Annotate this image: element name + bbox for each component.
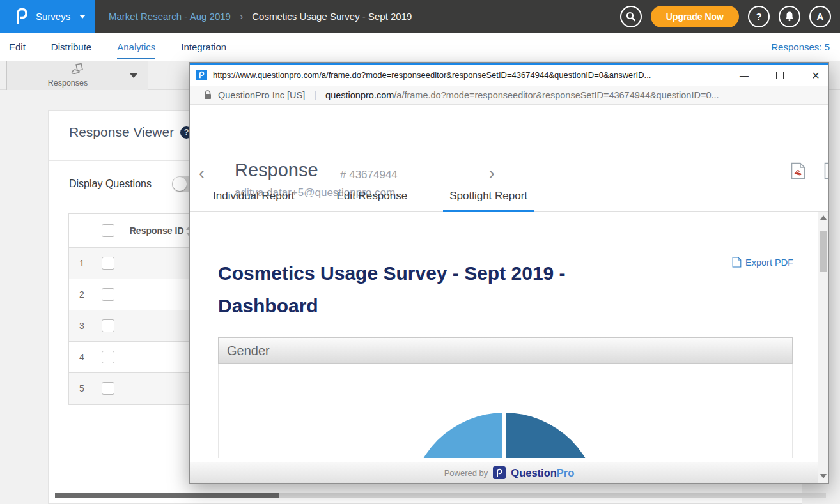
row-number: 2 bbox=[79, 289, 84, 300]
separator: | bbox=[311, 89, 319, 100]
responses-tool-label: Responses bbox=[7, 79, 128, 88]
page-title: Response Viewer bbox=[69, 125, 174, 140]
notifications-button[interactable] bbox=[779, 6, 800, 27]
row-number: 5 bbox=[79, 383, 84, 393]
row-checkbox[interactable] bbox=[102, 382, 114, 395]
url-domain: questionpro.com bbox=[325, 90, 394, 100]
responses-count: Responses: 5 bbox=[771, 42, 830, 52]
questionpro-logo-icon bbox=[14, 7, 29, 26]
search-button[interactable] bbox=[620, 6, 642, 27]
pdf-file-icon bbox=[732, 257, 742, 268]
row-checkbox[interactable] bbox=[102, 319, 114, 332]
row-number: 4 bbox=[79, 352, 84, 362]
questionpro-footer-logo-icon bbox=[493, 466, 506, 479]
minimize-button[interactable]: — bbox=[736, 69, 752, 82]
breadcrumb: Market Research - Aug 2019 › Cosmetics U… bbox=[109, 11, 412, 22]
security-address-bar[interactable]: QuestionPro Inc [US] | questionpro.com/a… bbox=[190, 86, 828, 105]
horizontal-scrollbar[interactable] bbox=[55, 493, 826, 498]
upgrade-now-button[interactable]: Upgrade Now bbox=[651, 6, 739, 27]
breadcrumb-separator-icon: › bbox=[240, 11, 243, 22]
chevron-down-icon[interactable] bbox=[130, 73, 137, 78]
spotlight-report-content: Cosmetics Usage Survey - Sept 2019 - Das… bbox=[190, 212, 818, 462]
certificate-org: QuestionPro Inc [US] bbox=[218, 90, 305, 100]
export-pdf-link[interactable]: Export PDF bbox=[732, 257, 793, 268]
tab-spotlight-report[interactable]: Spotlight Report bbox=[443, 184, 534, 212]
powered-by-footer: Powered by QuestionPro bbox=[190, 462, 828, 483]
close-button[interactable]: ✕ bbox=[807, 69, 824, 82]
row-checkbox[interactable] bbox=[102, 288, 114, 301]
surveys-label: Surveys bbox=[36, 11, 70, 22]
export-xls-icon[interactable]: x bbox=[824, 162, 829, 182]
horizontal-scrollbar-thumb[interactable] bbox=[55, 493, 279, 498]
powered-by-label: Powered by bbox=[444, 468, 488, 478]
help-button[interactable]: ? bbox=[748, 6, 770, 27]
window-title-url: https://www.questionpro.com/a/frame.do?m… bbox=[213, 70, 724, 80]
search-icon bbox=[626, 11, 636, 22]
response-header: ‹ Response # 43674944 › aditya.datar+5@q… bbox=[190, 105, 828, 184]
main-area: Responses Response Viewer ? Display Ques… bbox=[0, 61, 840, 504]
report-heading: Cosmetics Usage Survey - Sept 2019 - Das… bbox=[218, 257, 627, 322]
header-actions: Upgrade Now ? A bbox=[620, 6, 840, 27]
lock-icon bbox=[204, 90, 212, 100]
vertical-scrollbar-thumb[interactable] bbox=[820, 231, 827, 272]
report-tabs: Individual Report Edit Response Spotligh… bbox=[190, 184, 828, 212]
row-checkbox[interactable] bbox=[102, 351, 114, 363]
svg-text:x: x bbox=[828, 169, 829, 176]
maximize-icon bbox=[776, 72, 784, 79]
window-titlebar[interactable]: https://www.questionpro.com/a/frame.do?m… bbox=[190, 65, 828, 86]
scroll-down-arrow-icon[interactable] bbox=[820, 474, 827, 478]
response-title: Response bbox=[235, 160, 318, 181]
export-pdf-icon[interactable] bbox=[791, 162, 805, 182]
response-id-label: # 43674944 bbox=[340, 169, 398, 181]
breadcrumb-current: Cosmetics Usage Survey - Sept 2019 bbox=[252, 11, 412, 22]
survey-nav: Edit Distribute Analytics Integration Re… bbox=[0, 33, 840, 61]
top-header: Surveys Market Research - Aug 2019 › Cos… bbox=[0, 0, 840, 33]
gender-section: Gender bbox=[218, 337, 793, 458]
scroll-up-arrow-icon[interactable] bbox=[820, 215, 827, 220]
response-editor-window: https://www.questionpro.com/a/frame.do?m… bbox=[189, 62, 829, 484]
maximize-button[interactable] bbox=[772, 69, 788, 82]
page: Surveys Market Research - Aug 2019 › Cos… bbox=[0, 0, 840, 504]
select-all-checkbox[interactable] bbox=[102, 224, 114, 237]
surveys-menu[interactable]: Surveys bbox=[0, 0, 95, 33]
vertical-scrollbar[interactable] bbox=[818, 212, 828, 483]
breadcrumb-parent[interactable]: Market Research - Aug 2019 bbox=[109, 11, 231, 22]
brand-question: Question bbox=[511, 467, 557, 478]
responses-tool-tab[interactable]: Responses bbox=[6, 61, 148, 90]
nav-item-analytics[interactable]: Analytics bbox=[117, 34, 155, 59]
gender-section-header: Gender bbox=[218, 337, 793, 364]
nav-item-integration[interactable]: Integration bbox=[181, 34, 226, 59]
url-path: /a/frame.do?mode=responseeditor&response… bbox=[394, 90, 719, 100]
toggle-knob bbox=[173, 177, 187, 191]
gender-chart-area bbox=[218, 364, 793, 458]
row-number-header bbox=[69, 214, 95, 248]
avatar[interactable]: A bbox=[809, 6, 831, 27]
next-response-button[interactable]: › bbox=[489, 165, 495, 181]
favicon-icon bbox=[196, 70, 207, 80]
row-checkbox[interactable] bbox=[102, 257, 114, 270]
previous-response-button[interactable]: ‹ bbox=[199, 165, 205, 181]
brand-pro: Pro bbox=[557, 467, 575, 478]
response-id-column-header[interactable]: Response ID bbox=[121, 225, 184, 236]
pie-slice-gap bbox=[502, 411, 506, 458]
export-pdf-label: Export PDF bbox=[745, 257, 793, 268]
row-number: 1 bbox=[79, 258, 84, 268]
nav-item-edit[interactable]: Edit bbox=[9, 34, 26, 59]
row-number: 3 bbox=[79, 321, 84, 331]
bell-icon bbox=[784, 11, 795, 22]
tab-individual-report[interactable]: Individual Report bbox=[206, 184, 301, 212]
display-questions-label: Display Questions bbox=[69, 178, 152, 190]
tab-edit-response[interactable]: Edit Response bbox=[331, 184, 414, 212]
chevron-down-icon bbox=[79, 15, 86, 19]
responses-icon bbox=[70, 63, 87, 80]
nav-item-distribute[interactable]: Distribute bbox=[51, 34, 91, 59]
